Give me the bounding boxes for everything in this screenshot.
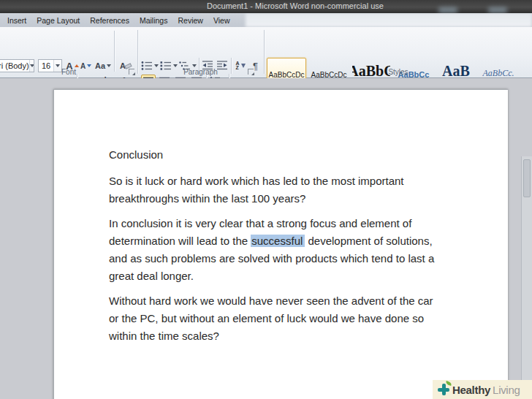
styles-group-label: Styles bbox=[265, 68, 532, 76]
leaf-icon bbox=[445, 381, 452, 386]
chevron-down-icon bbox=[107, 64, 111, 67]
doc-heading: Conclusion bbox=[109, 146, 467, 164]
paragraph-group-label: Paragraph bbox=[138, 68, 263, 76]
healthy-living-logo: Healthy Living bbox=[433, 380, 532, 399]
logo-text-light: Living bbox=[493, 384, 520, 396]
word-window: Document1 - Microsoft Word non-commercia… bbox=[0, 0, 532, 399]
selected-text: successful bbox=[251, 235, 305, 247]
tabrow-blur bbox=[246, 13, 532, 27]
doc-paragraph: So is it luck or hard work which has led… bbox=[109, 172, 467, 208]
font-dialog-launcher[interactable] bbox=[129, 69, 134, 75]
up-arrow-icon bbox=[75, 64, 79, 67]
tab-page-layout[interactable]: Page Layout bbox=[31, 15, 85, 26]
chevron-down-icon bbox=[192, 64, 197, 67]
divider bbox=[114, 31, 115, 72]
font-group: Calibri (Body) 16 A A Aa A I bbox=[0, 27, 137, 77]
chevron-down-icon bbox=[154, 64, 159, 67]
tab-mailings[interactable]: Mailings bbox=[134, 15, 173, 26]
logo-text-bold: Healthy bbox=[452, 384, 490, 396]
title-bar: Document1 - Microsoft Word non-commercia… bbox=[0, 0, 532, 13]
chevron-down-icon bbox=[173, 64, 178, 67]
window-controls-blur bbox=[438, 7, 457, 13]
scrollbar-thumb[interactable] bbox=[523, 159, 531, 197]
document-page[interactable]: Conclusion So is it luck or hard work wh… bbox=[53, 89, 508, 399]
ribbon: Calibri (Body) 16 A A Aa A I bbox=[0, 27, 532, 78]
tab-insert[interactable]: Insert bbox=[2, 15, 31, 26]
styles-group: AaBbCcDc ¶ Normal AaBbCcDc ¶ No Spaci...… bbox=[265, 27, 532, 77]
document-text: Conclusion So is it luck or hard work wh… bbox=[109, 146, 467, 352]
tab-view[interactable]: View bbox=[208, 15, 235, 26]
tab-review[interactable]: Review bbox=[172, 15, 208, 26]
window-controls-blur bbox=[488, 7, 507, 13]
paragraph-dialog-launcher[interactable] bbox=[248, 69, 254, 75]
font-group-label: Font bbox=[0, 68, 137, 76]
down-arrow-icon bbox=[87, 64, 91, 67]
doc-paragraph: Without hard work we would have never se… bbox=[109, 292, 467, 345]
ribbon-tab-row: Insert Page Layout References Mailings R… bbox=[0, 13, 532, 27]
vertical-scrollbar[interactable] bbox=[521, 156, 532, 399]
medical-cross-icon bbox=[438, 384, 449, 395]
paragraph-group: AZ ¶ bbox=[138, 27, 263, 77]
tab-references[interactable]: References bbox=[85, 15, 134, 26]
doc-paragraph: In conclusion it is very clear that a st… bbox=[109, 215, 467, 285]
window-title: Document1 - Microsoft Word non-commercia… bbox=[207, 1, 384, 10]
